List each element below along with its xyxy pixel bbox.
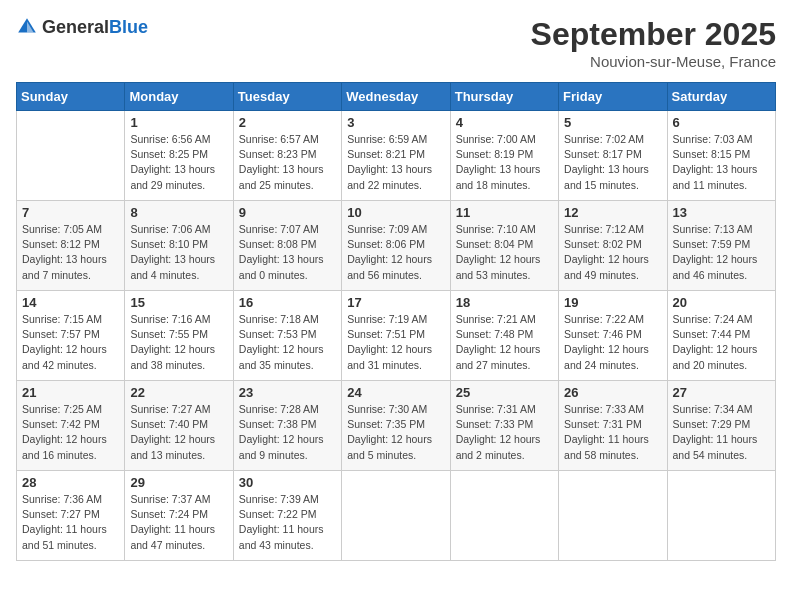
calendar-cell: 25Sunrise: 7:31 AM Sunset: 7:33 PM Dayli… <box>450 381 558 471</box>
calendar-week-row: 21Sunrise: 7:25 AM Sunset: 7:42 PM Dayli… <box>17 381 776 471</box>
day-number: 6 <box>673 115 770 130</box>
calendar-cell: 29Sunrise: 7:37 AM Sunset: 7:24 PM Dayli… <box>125 471 233 561</box>
day-info: Sunrise: 7:00 AM Sunset: 8:19 PM Dayligh… <box>456 132 553 193</box>
day-number: 26 <box>564 385 661 400</box>
day-number: 9 <box>239 205 336 220</box>
day-info: Sunrise: 7:13 AM Sunset: 7:59 PM Dayligh… <box>673 222 770 283</box>
calendar-week-row: 28Sunrise: 7:36 AM Sunset: 7:27 PM Dayli… <box>17 471 776 561</box>
col-header-tuesday: Tuesday <box>233 83 341 111</box>
calendar-cell: 20Sunrise: 7:24 AM Sunset: 7:44 PM Dayli… <box>667 291 775 381</box>
day-number: 27 <box>673 385 770 400</box>
calendar-header-row: SundayMondayTuesdayWednesdayThursdayFrid… <box>17 83 776 111</box>
logo-blue: Blue <box>109 17 148 37</box>
calendar-cell: 10Sunrise: 7:09 AM Sunset: 8:06 PM Dayli… <box>342 201 450 291</box>
day-number: 7 <box>22 205 119 220</box>
page-header: GeneralBlue September 2025 Nouvion-sur-M… <box>16 16 776 70</box>
day-info: Sunrise: 7:12 AM Sunset: 8:02 PM Dayligh… <box>564 222 661 283</box>
day-info: Sunrise: 7:02 AM Sunset: 8:17 PM Dayligh… <box>564 132 661 193</box>
col-header-monday: Monday <box>125 83 233 111</box>
location-title: Nouvion-sur-Meuse, France <box>531 53 776 70</box>
day-number: 28 <box>22 475 119 490</box>
col-header-saturday: Saturday <box>667 83 775 111</box>
calendar-week-row: 7Sunrise: 7:05 AM Sunset: 8:12 PM Daylig… <box>17 201 776 291</box>
day-info: Sunrise: 7:27 AM Sunset: 7:40 PM Dayligh… <box>130 402 227 463</box>
calendar-cell: 3Sunrise: 6:59 AM Sunset: 8:21 PM Daylig… <box>342 111 450 201</box>
col-header-friday: Friday <box>559 83 667 111</box>
calendar-cell: 22Sunrise: 7:27 AM Sunset: 7:40 PM Dayli… <box>125 381 233 471</box>
day-info: Sunrise: 7:28 AM Sunset: 7:38 PM Dayligh… <box>239 402 336 463</box>
calendar-cell: 4Sunrise: 7:00 AM Sunset: 8:19 PM Daylig… <box>450 111 558 201</box>
day-number: 3 <box>347 115 444 130</box>
day-number: 2 <box>239 115 336 130</box>
day-info: Sunrise: 7:31 AM Sunset: 7:33 PM Dayligh… <box>456 402 553 463</box>
calendar-cell: 13Sunrise: 7:13 AM Sunset: 7:59 PM Dayli… <box>667 201 775 291</box>
calendar-week-row: 1Sunrise: 6:56 AM Sunset: 8:25 PM Daylig… <box>17 111 776 201</box>
calendar-table: SundayMondayTuesdayWednesdayThursdayFrid… <box>16 82 776 561</box>
day-number: 10 <box>347 205 444 220</box>
day-info: Sunrise: 7:37 AM Sunset: 7:24 PM Dayligh… <box>130 492 227 553</box>
calendar-cell: 23Sunrise: 7:28 AM Sunset: 7:38 PM Dayli… <box>233 381 341 471</box>
logo-text: GeneralBlue <box>42 17 148 38</box>
calendar-cell: 14Sunrise: 7:15 AM Sunset: 7:57 PM Dayli… <box>17 291 125 381</box>
calendar-cell: 7Sunrise: 7:05 AM Sunset: 8:12 PM Daylig… <box>17 201 125 291</box>
logo-icon <box>16 16 38 38</box>
day-number: 29 <box>130 475 227 490</box>
day-number: 25 <box>456 385 553 400</box>
logo-general: General <box>42 17 109 37</box>
day-info: Sunrise: 7:30 AM Sunset: 7:35 PM Dayligh… <box>347 402 444 463</box>
day-info: Sunrise: 6:59 AM Sunset: 8:21 PM Dayligh… <box>347 132 444 193</box>
calendar-cell: 24Sunrise: 7:30 AM Sunset: 7:35 PM Dayli… <box>342 381 450 471</box>
day-info: Sunrise: 7:07 AM Sunset: 8:08 PM Dayligh… <box>239 222 336 283</box>
day-info: Sunrise: 7:10 AM Sunset: 8:04 PM Dayligh… <box>456 222 553 283</box>
calendar-cell: 6Sunrise: 7:03 AM Sunset: 8:15 PM Daylig… <box>667 111 775 201</box>
day-info: Sunrise: 7:22 AM Sunset: 7:46 PM Dayligh… <box>564 312 661 373</box>
calendar-cell: 21Sunrise: 7:25 AM Sunset: 7:42 PM Dayli… <box>17 381 125 471</box>
day-info: Sunrise: 7:25 AM Sunset: 7:42 PM Dayligh… <box>22 402 119 463</box>
calendar-cell <box>559 471 667 561</box>
day-number: 4 <box>456 115 553 130</box>
logo: GeneralBlue <box>16 16 148 38</box>
day-number: 17 <box>347 295 444 310</box>
day-number: 30 <box>239 475 336 490</box>
day-number: 8 <box>130 205 227 220</box>
title-block: September 2025 Nouvion-sur-Meuse, France <box>531 16 776 70</box>
day-info: Sunrise: 7:09 AM Sunset: 8:06 PM Dayligh… <box>347 222 444 283</box>
day-number: 15 <box>130 295 227 310</box>
calendar-cell: 9Sunrise: 7:07 AM Sunset: 8:08 PM Daylig… <box>233 201 341 291</box>
calendar-cell: 18Sunrise: 7:21 AM Sunset: 7:48 PM Dayli… <box>450 291 558 381</box>
calendar-cell: 17Sunrise: 7:19 AM Sunset: 7:51 PM Dayli… <box>342 291 450 381</box>
day-info: Sunrise: 7:18 AM Sunset: 7:53 PM Dayligh… <box>239 312 336 373</box>
day-info: Sunrise: 7:33 AM Sunset: 7:31 PM Dayligh… <box>564 402 661 463</box>
calendar-cell: 15Sunrise: 7:16 AM Sunset: 7:55 PM Dayli… <box>125 291 233 381</box>
calendar-week-row: 14Sunrise: 7:15 AM Sunset: 7:57 PM Dayli… <box>17 291 776 381</box>
calendar-cell: 2Sunrise: 6:57 AM Sunset: 8:23 PM Daylig… <box>233 111 341 201</box>
day-number: 19 <box>564 295 661 310</box>
calendar-cell: 1Sunrise: 6:56 AM Sunset: 8:25 PM Daylig… <box>125 111 233 201</box>
day-number: 23 <box>239 385 336 400</box>
calendar-cell: 27Sunrise: 7:34 AM Sunset: 7:29 PM Dayli… <box>667 381 775 471</box>
calendar-cell: 16Sunrise: 7:18 AM Sunset: 7:53 PM Dayli… <box>233 291 341 381</box>
day-info: Sunrise: 7:39 AM Sunset: 7:22 PM Dayligh… <box>239 492 336 553</box>
day-info: Sunrise: 7:05 AM Sunset: 8:12 PM Dayligh… <box>22 222 119 283</box>
day-info: Sunrise: 7:19 AM Sunset: 7:51 PM Dayligh… <box>347 312 444 373</box>
month-title: September 2025 <box>531 16 776 53</box>
calendar-cell: 5Sunrise: 7:02 AM Sunset: 8:17 PM Daylig… <box>559 111 667 201</box>
day-info: Sunrise: 7:34 AM Sunset: 7:29 PM Dayligh… <box>673 402 770 463</box>
day-number: 14 <box>22 295 119 310</box>
day-number: 5 <box>564 115 661 130</box>
day-number: 16 <box>239 295 336 310</box>
calendar-cell: 12Sunrise: 7:12 AM Sunset: 8:02 PM Dayli… <box>559 201 667 291</box>
day-number: 11 <box>456 205 553 220</box>
calendar-cell <box>667 471 775 561</box>
calendar-cell: 11Sunrise: 7:10 AM Sunset: 8:04 PM Dayli… <box>450 201 558 291</box>
day-number: 13 <box>673 205 770 220</box>
day-info: Sunrise: 7:15 AM Sunset: 7:57 PM Dayligh… <box>22 312 119 373</box>
day-info: Sunrise: 7:24 AM Sunset: 7:44 PM Dayligh… <box>673 312 770 373</box>
calendar-body: 1Sunrise: 6:56 AM Sunset: 8:25 PM Daylig… <box>17 111 776 561</box>
day-info: Sunrise: 7:03 AM Sunset: 8:15 PM Dayligh… <box>673 132 770 193</box>
calendar-cell: 28Sunrise: 7:36 AM Sunset: 7:27 PM Dayli… <box>17 471 125 561</box>
day-info: Sunrise: 6:56 AM Sunset: 8:25 PM Dayligh… <box>130 132 227 193</box>
calendar-cell: 19Sunrise: 7:22 AM Sunset: 7:46 PM Dayli… <box>559 291 667 381</box>
day-info: Sunrise: 7:36 AM Sunset: 7:27 PM Dayligh… <box>22 492 119 553</box>
col-header-thursday: Thursday <box>450 83 558 111</box>
